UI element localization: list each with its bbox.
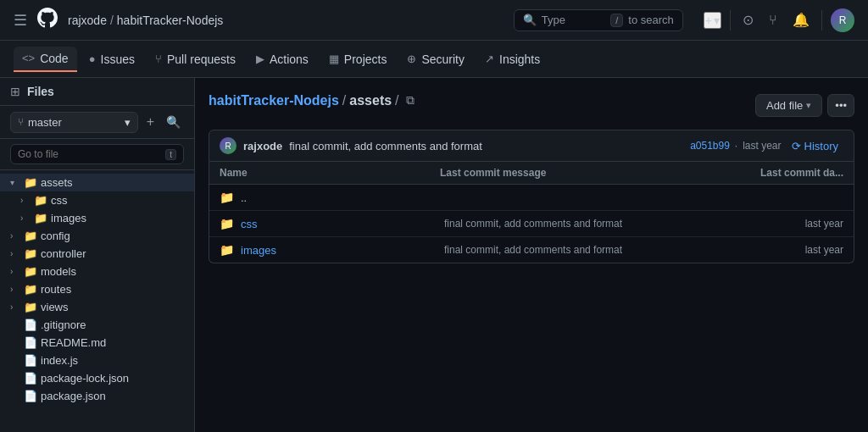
notifications-icon-button[interactable]: 🔔 bbox=[789, 8, 813, 31]
file-icon: 📄 bbox=[24, 354, 37, 367]
search-sidebar-button[interactable]: 🔍 bbox=[163, 112, 184, 132]
file-row-message: final commit, add comments and format bbox=[444, 218, 708, 230]
tree-item-controller[interactable]: › 📁 controller bbox=[0, 245, 194, 263]
github-logo-icon[interactable] bbox=[37, 8, 58, 33]
issues-icon-button[interactable]: ⊙ bbox=[739, 8, 757, 31]
table-row-images[interactable]: 📁 images final commit, add comments and … bbox=[209, 237, 854, 263]
tab-insights[interactable]: ↗ Insights bbox=[476, 47, 548, 71]
tab-security[interactable]: ⊕ Security bbox=[398, 47, 473, 71]
history-button[interactable]: ⟳ History bbox=[787, 138, 843, 154]
tree-item-gitignore[interactable]: › 📄 .gitignore bbox=[0, 316, 194, 334]
tree-item-label: routes bbox=[41, 283, 71, 296]
pullrequest-icon-button[interactable]: ⑂ bbox=[765, 9, 781, 31]
commit-sep: · bbox=[735, 140, 737, 152]
tree-item-label: .gitignore bbox=[41, 318, 86, 331]
folder-icon: 📁 bbox=[24, 176, 37, 189]
search-type-label: Type bbox=[542, 14, 565, 26]
tree-item-views[interactable]: › 📁 views bbox=[0, 298, 194, 316]
tree-item-label: index.js bbox=[41, 354, 78, 367]
tree-item-css[interactable]: › 📁 css bbox=[0, 191, 194, 209]
tree-item-packagejson[interactable]: › 📄 package.json bbox=[0, 387, 194, 405]
tree-item-label: package-lock.json bbox=[41, 372, 129, 385]
folder-icon: 📁 bbox=[24, 283, 37, 296]
file-search[interactable]: t bbox=[10, 144, 184, 164]
history-icon: ⟳ bbox=[792, 140, 801, 152]
tree-item-label: config bbox=[41, 230, 70, 242]
commit-user[interactable]: rajxode bbox=[243, 140, 282, 152]
main-content: habitTracker-Nodejs / assets / ⧉ Add fil… bbox=[195, 78, 868, 432]
file-row-message: final commit, add comments and format bbox=[444, 244, 708, 256]
tree-item-label: models bbox=[41, 265, 76, 278]
topnav-actions: + ▾ ⊙ ⑂ 🔔 R bbox=[704, 8, 854, 32]
folder-icon: 📁 bbox=[34, 194, 47, 207]
history-label: History bbox=[804, 140, 838, 152]
chevron-right-icon: › bbox=[20, 196, 31, 205]
folder-icon: 📁 bbox=[24, 301, 37, 313]
tree-item-label: README.md bbox=[41, 336, 106, 349]
branch-dropdown-button[interactable]: ⑂ master ▾ bbox=[10, 112, 138, 133]
tree-item-routes[interactable]: › 📁 routes bbox=[0, 280, 194, 298]
tab-insights-label: Insights bbox=[499, 53, 540, 66]
add-file-sidebar-button[interactable]: + bbox=[143, 111, 158, 133]
insights-icon: ↗ bbox=[485, 53, 494, 65]
folder-icon: 📁 bbox=[24, 230, 37, 242]
file-row-name[interactable]: images bbox=[241, 244, 444, 257]
add-file-button[interactable]: Add file ▾ bbox=[755, 94, 822, 117]
global-search[interactable]: 🔍 Type / to search bbox=[514, 9, 683, 31]
col-message-header: Last commit message bbox=[440, 167, 708, 179]
file-icon: 📄 bbox=[24, 318, 37, 331]
tab-security-label: Security bbox=[421, 53, 465, 66]
file-icon: 📄 bbox=[24, 390, 37, 402]
create-new-button[interactable]: + ▾ bbox=[704, 12, 721, 29]
tree-item-models[interactable]: › 📁 models bbox=[0, 263, 194, 280]
files-icon: ⊞ bbox=[10, 85, 20, 98]
tree-item-readme[interactable]: › 📄 README.md bbox=[0, 334, 194, 352]
tab-code[interactable]: <> Code bbox=[14, 47, 77, 72]
avatar[interactable]: R bbox=[831, 8, 854, 32]
tree-item-config[interactable]: › 📁 config bbox=[0, 227, 194, 245]
tab-pull-requests[interactable]: ⑂ Pull requests bbox=[147, 47, 244, 71]
chevron-right-icon: › bbox=[10, 249, 20, 258]
folder-icon: 📁 bbox=[24, 265, 37, 278]
chevron-right-icon: › bbox=[10, 231, 20, 241]
folder-icon: 📁 bbox=[220, 191, 234, 204]
plus-dropdown-icon: ▾ bbox=[714, 14, 720, 27]
pr-icon: ⑂ bbox=[155, 53, 162, 65]
copy-path-button[interactable]: ⧉ bbox=[403, 91, 418, 109]
file-row-name: .. bbox=[241, 191, 444, 204]
more-options-button[interactable]: ••• bbox=[827, 94, 854, 117]
file-icon: 📄 bbox=[24, 336, 37, 349]
tab-code-label: Code bbox=[40, 52, 68, 65]
chevron-right-icon: › bbox=[20, 213, 31, 223]
tab-projects[interactable]: ▦ Projects bbox=[320, 47, 396, 71]
breadcrumb-repo-link[interactable]: habitTracker-Nodejs bbox=[209, 93, 339, 108]
table-row-parent[interactable]: 📁 .. bbox=[209, 185, 854, 211]
projects-icon: ▦ bbox=[329, 53, 339, 65]
nav-divider bbox=[730, 10, 731, 30]
breadcrumb-repo[interactable]: habitTracker-Nodejs bbox=[117, 14, 224, 27]
tab-actions[interactable]: ▶ Actions bbox=[248, 47, 317, 71]
add-file-dropdown-icon: ▾ bbox=[806, 100, 811, 111]
tree-item-label: assets bbox=[41, 176, 73, 189]
hamburger-icon[interactable]: ☰ bbox=[14, 11, 27, 30]
chevron-right-icon: › bbox=[10, 267, 20, 276]
tree-item-assets[interactable]: ▾ 📁 assets bbox=[0, 174, 194, 191]
tree-item-packagelock[interactable]: › 📄 package-lock.json bbox=[0, 369, 194, 387]
tree-item-label: package.json bbox=[41, 390, 106, 402]
tab-actions-label: Actions bbox=[270, 53, 309, 66]
breadcrumb-user[interactable]: rajxode bbox=[68, 14, 107, 27]
table-row-css[interactable]: 📁 css final commit, add comments and for… bbox=[209, 211, 854, 237]
file-row-date: last year bbox=[708, 244, 843, 256]
plus-icon: + bbox=[705, 14, 712, 27]
file-search-input[interactable] bbox=[18, 148, 160, 160]
file-row-date: last year bbox=[708, 218, 843, 230]
tree-item-indexjs[interactable]: › 📄 index.js bbox=[0, 352, 194, 369]
folder-icon: 📁 bbox=[220, 217, 234, 230]
commit-hash[interactable]: a051b99 bbox=[690, 140, 730, 152]
tab-issues-label: Issues bbox=[101, 53, 135, 66]
file-row-name[interactable]: css bbox=[241, 218, 444, 230]
col-name-header: Name bbox=[220, 167, 440, 179]
commit-message: final commit, add comments and format bbox=[289, 140, 482, 152]
tree-item-images[interactable]: › 📁 images bbox=[0, 209, 194, 227]
tab-issues[interactable]: ● Issues bbox=[81, 47, 143, 71]
